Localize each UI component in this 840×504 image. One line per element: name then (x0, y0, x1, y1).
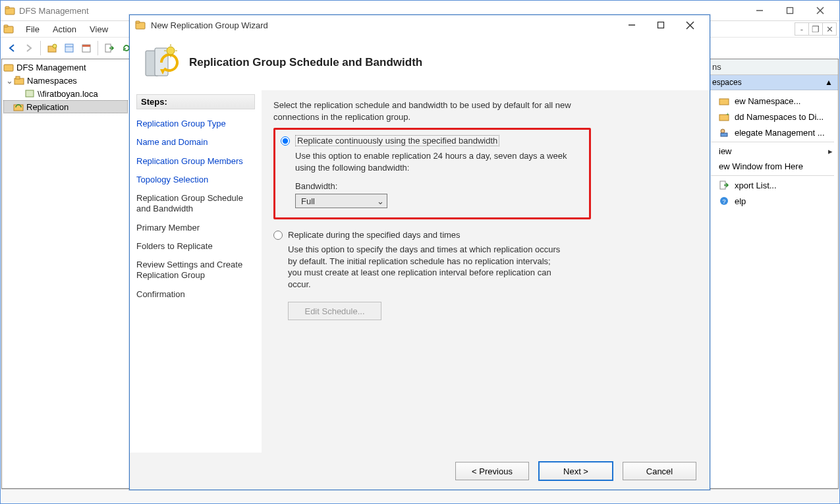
step-confirm[interactable]: Confirmation (136, 285, 255, 304)
actions-list: ew Namespace... + dd Namespaces to Di...… (707, 90, 838, 211)
actions-header: ns (707, 59, 838, 75)
tree-root-label: DFS Management (16, 63, 86, 72)
option-continuous[interactable]: Replicate continuously using the specifi… (281, 135, 584, 146)
option-continuous-desc: Use this option to enable replication 24… (295, 150, 572, 173)
action-view[interactable]: iew ▸ (707, 144, 838, 159)
collapse-icon: ▲ (825, 78, 833, 87)
action-add-namespaces[interactable]: + dd Namespaces to Di... (707, 109, 838, 125)
step-schedule[interactable]: Replication Group Schedule and Bandwidth (136, 189, 255, 219)
step-type[interactable]: Replication Group Type (136, 115, 255, 133)
radio-scheduled[interactable] (273, 231, 283, 240)
toolbar-schedule[interactable] (78, 40, 95, 57)
toolbar-props[interactable] (61, 40, 78, 57)
step-topology[interactable]: Topology Selection (136, 171, 255, 189)
svg-rect-24 (721, 133, 727, 136)
separator (40, 41, 41, 55)
svg-rect-13 (82, 45, 90, 47)
bandwidth-label: Bandwidth: (295, 181, 584, 191)
back-button[interactable] (3, 40, 20, 57)
separator (711, 175, 834, 176)
tree-namespaces[interactable]: ⌄ Namespaces (3, 74, 128, 87)
action-label: elp (735, 196, 746, 206)
menu-file[interactable]: File (19, 23, 46, 36)
tree-ns-server-label: \\firatboyan.loca (38, 89, 98, 99)
option-scheduled[interactable]: Replicate during the specified days and … (273, 230, 583, 240)
maximize-button[interactable] (775, 1, 805, 20)
action-new-window[interactable]: ew Window from Here (707, 159, 838, 174)
action-label: iew (719, 146, 732, 156)
action-help[interactable]: ? elp (707, 193, 838, 209)
minimize-button[interactable] (744, 1, 775, 20)
window-controls (744, 1, 835, 20)
edit-schedule-button: Edit Schedule... (288, 302, 381, 320)
action-label: elegate Management ... (735, 128, 825, 138)
namespace-icon (719, 96, 729, 106)
dfs-icon (3, 62, 14, 72)
action-delegate[interactable]: elegate Management ... (707, 125, 838, 140)
svg-point-23 (721, 129, 725, 133)
bandwidth-block: Bandwidth: Full ⌄ (295, 181, 584, 208)
step-members[interactable]: Replication Group Members (136, 152, 255, 171)
next-button[interactable]: Next > (538, 461, 613, 481)
help-icon: ? (719, 196, 729, 206)
actions-group-label: espaces (712, 78, 742, 87)
chevron-down-icon: ⌄ (377, 196, 384, 206)
steps-heading-text: Steps: (141, 97, 167, 107)
radio-continuous[interactable] (281, 136, 290, 146)
action-new-namespace[interactable]: ew Namespace... (707, 93, 838, 109)
previous-button[interactable]: < Previous (455, 462, 529, 480)
wizard-close[interactable] (675, 16, 704, 34)
step-review[interactable]: Review Settings and Create Replication G… (136, 256, 255, 285)
mdi-minimize[interactable]: ‐ (795, 23, 808, 35)
svg-rect-19 (14, 105, 23, 111)
mdi-controls: ‐ ❐ ✕ (795, 22, 837, 36)
actions-group[interactable]: espaces ▲ (707, 75, 838, 90)
mdi-close[interactable]: ✕ (822, 23, 836, 35)
tree-ns-server[interactable]: \\firatboyan.loca (3, 87, 128, 100)
dfs-icon (3, 24, 14, 34)
steps-heading: Steps: (136, 94, 255, 109)
action-export[interactable]: xport List... (707, 177, 838, 193)
scope-tree[interactable]: DFS Management ⌄ Namespaces \\firatboyan… (1, 59, 130, 489)
cancel-button[interactable]: Cancel (623, 462, 696, 480)
radio-scheduled-label: Replicate during the specified days and … (288, 230, 461, 240)
svg-rect-29 (136, 21, 140, 23)
wizard-minimize[interactable] (617, 16, 646, 34)
step-name[interactable]: Name and Domain (136, 133, 255, 152)
wizard-title: New Replication Group Wizard (151, 20, 268, 30)
wizard-body: Steps: Replication Group Type Name and D… (130, 90, 710, 453)
actions-pane: ns espaces ▲ ew Namespace... + dd Namesp… (707, 59, 839, 489)
tree-replication-label: Replication (26, 102, 69, 112)
dfs-icon (5, 5, 15, 16)
toolbar-newfolder[interactable] (43, 40, 61, 57)
menu-action[interactable]: Action (46, 23, 83, 36)
svg-rect-1 (5, 7, 9, 9)
menu-view[interactable]: View (83, 23, 115, 36)
svg-text:?: ? (722, 198, 725, 205)
tree-root[interactable]: DFS Management (3, 61, 128, 74)
toolbar-export[interactable] (101, 40, 118, 57)
intro-text: Select the replication schedule and band… (273, 99, 583, 123)
wizard-heading: Replication Group Schedule and Bandwidth (189, 56, 422, 69)
svg-rect-20 (719, 99, 729, 105)
wizard-steps: Steps: Replication Group Type Name and D… (130, 90, 262, 453)
forward-button[interactable] (20, 40, 38, 57)
action-label: xport List... (735, 181, 777, 190)
svg-point-9 (53, 44, 57, 48)
step-primary[interactable]: Primary Member (136, 219, 255, 237)
bandwidth-select[interactable]: Full ⌄ (295, 194, 387, 208)
expand-icon[interactable]: ⌄ (5, 76, 14, 86)
tree-replication[interactable]: Replication (3, 100, 128, 113)
svg-rect-7 (4, 25, 8, 27)
svg-rect-17 (16, 76, 20, 79)
wizard-footer: < Previous Next > Cancel (130, 453, 710, 490)
wizard-maximize[interactable] (646, 16, 675, 34)
server-icon (24, 88, 35, 99)
close-button[interactable] (805, 1, 835, 20)
mdi-restore[interactable]: ❐ (808, 23, 822, 35)
svg-point-37 (167, 47, 175, 55)
svg-rect-3 (787, 8, 793, 14)
step-folders[interactable]: Folders to Replicate (136, 237, 255, 256)
export-icon (719, 180, 729, 190)
wizard-titlebar: New Replication Group Wizard (130, 15, 710, 35)
